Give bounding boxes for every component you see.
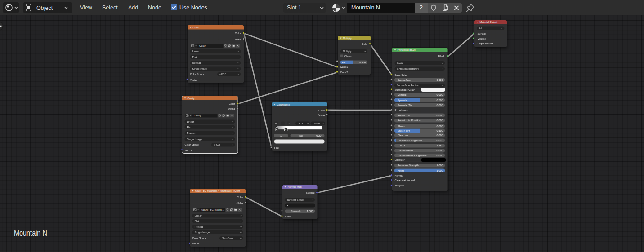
svg-text:Object: Object — [36, 5, 53, 11]
